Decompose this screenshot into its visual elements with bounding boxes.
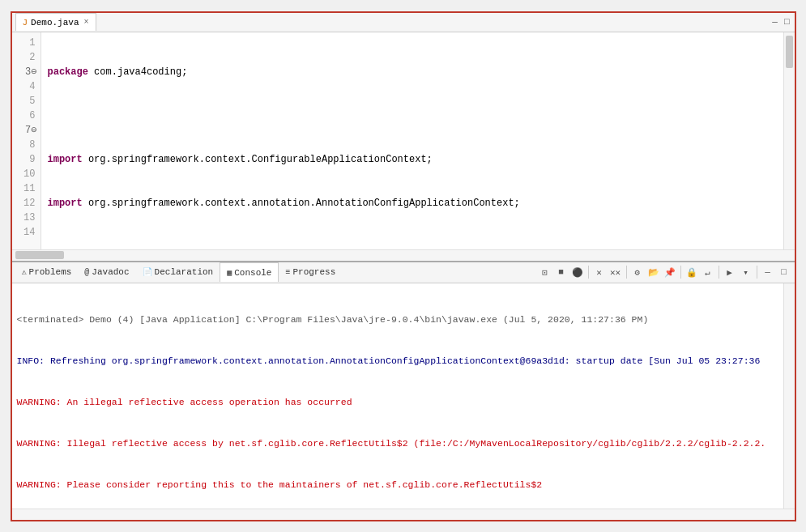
tab-declaration[interactable]: 📄 Declaration — [136, 262, 220, 282]
bottom-hscroll[interactable] — [12, 509, 795, 520]
editor-scrollbar[interactable] — [783, 32, 795, 249]
console-line: WARNING: Please consider reporting this … — [17, 478, 778, 492]
tab-problems[interactable]: ⚠ Problems — [15, 262, 79, 282]
toolbar-separator — [588, 266, 589, 279]
editor-hscroll[interactable] — [12, 249, 795, 261]
code-line: import org.springframework.context.Confi… — [48, 152, 777, 167]
console-line: WARNING: Illegal reflective access by ne… — [17, 436, 778, 450]
console-output[interactable]: <terminated> Demo (4) [Java Application]… — [12, 283, 783, 509]
terminate-button[interactable]: ■ — [554, 265, 569, 279]
editor-tab-bar: J Demo.java × — □ — [12, 13, 795, 32]
console-line: INFO: Refreshing org.springframework.con… — [17, 354, 778, 368]
progress-icon: ≡ — [285, 268, 290, 277]
java-file-icon: J — [23, 18, 28, 28]
code-line: import org.springframework.context.annot… — [48, 196, 777, 211]
console-terminated-line: <terminated> Demo (4) [Java Application]… — [17, 313, 778, 326]
view-menu-button[interactable]: ▾ — [739, 265, 753, 279]
toolbar-separator-2 — [626, 266, 627, 279]
hscroll-thumb — [15, 251, 64, 259]
clear-console-button[interactable]: ⊡ — [538, 265, 552, 279]
pin-console-button[interactable]: 📌 — [663, 265, 677, 279]
run-button[interactable]: ▶ — [723, 265, 737, 279]
bottom-panel: ⚠ Problems @ Javadoc 📄 Declaration ▦ Con… — [12, 261, 795, 520]
props-button[interactable]: ⚙ — [630, 265, 645, 279]
tab-console-label: Console — [234, 268, 271, 278]
tab-console[interactable]: ▦ Console — [220, 262, 279, 282]
javadoc-icon: @ — [84, 268, 89, 277]
declaration-icon: 📄 — [143, 267, 152, 277]
editor-controls: — □ — [770, 17, 794, 27]
ide-window: J Demo.java × — □ 1 2 3⊖ 4 5 6 7⊖ 8 9 10… — [11, 11, 796, 521]
tab-close-icon[interactable]: × — [84, 18, 89, 27]
scrollbar-thumb — [786, 36, 793, 68]
word-wrap-button[interactable]: ↵ — [701, 265, 715, 279]
toolbar-separator-5 — [757, 266, 757, 279]
code-line: package com.java4coding; — [48, 65, 777, 79]
line-numbers: 1 2 3⊖ 4 5 6 7⊖ 8 9 10 11 12 13 14 — [12, 32, 41, 249]
toolbar-separator-3 — [680, 266, 681, 279]
minimize-button[interactable]: — — [770, 17, 779, 27]
code-editor: 1 2 3⊖ 4 5 6 7⊖ 8 9 10 11 12 13 14 packa… — [12, 32, 795, 249]
minimize-panel-button[interactable]: — — [761, 265, 775, 279]
tab-javadoc-label: Javadoc — [92, 267, 129, 277]
tab-javadoc[interactable]: @ Javadoc — [78, 262, 135, 282]
tab-declaration-label: Declaration — [155, 267, 214, 277]
tab-progress-label: Progress — [292, 267, 335, 277]
console-vscroll[interactable] — [783, 283, 795, 509]
bottom-content-row: <terminated> Demo (4) [Java Application]… — [12, 283, 795, 509]
scroll-lock-button[interactable]: 🔒 — [684, 265, 699, 279]
remove-all-button[interactable]: ✕✕ — [608, 265, 623, 279]
console-line: WARNING: An illegal reflective access op… — [17, 395, 778, 409]
tab-problems-label: Problems — [29, 267, 72, 277]
remove-launch-button[interactable]: ✕ — [592, 265, 607, 279]
tab-progress[interactable]: ≡ Progress — [279, 262, 342, 282]
code-content[interactable]: package com.java4coding; import org.spri… — [41, 32, 783, 249]
code-line — [48, 240, 777, 249]
problems-icon: ⚠ — [22, 267, 27, 277]
editor-tab-demo-java[interactable]: J Demo.java × — [15, 13, 96, 31]
bottom-toolbar: ⊡ ■ ⚫ ✕ ✕✕ ⚙ 📂 📌 🔒 ↵ ▶ ▾ — □ — [538, 265, 795, 279]
terminate-relaunch-button[interactable]: ⚫ — [570, 265, 585, 279]
tab-label: Demo.java — [31, 18, 79, 28]
open-file-button[interactable]: 📂 — [646, 265, 661, 279]
console-icon: ▦ — [227, 268, 232, 278]
maximize-panel-button[interactable]: □ — [777, 265, 791, 279]
maximize-button[interactable]: □ — [783, 17, 791, 27]
toolbar-separator-4 — [719, 266, 719, 279]
code-line — [48, 109, 777, 123]
bottom-tab-bar: ⚠ Problems @ Javadoc 📄 Declaration ▦ Con… — [12, 262, 795, 283]
